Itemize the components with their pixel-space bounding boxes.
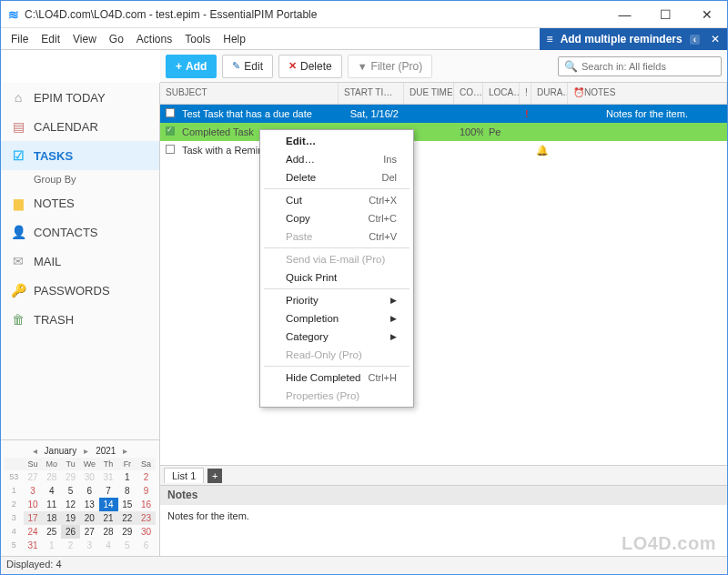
cal-day[interactable]: 27 — [80, 525, 99, 539]
cal-day[interactable]: 30 — [80, 470, 99, 484]
cal-day[interactable]: 1 — [43, 539, 62, 552]
context-menu-item[interactable]: Hide CompletedCtrl+H — [260, 368, 413, 387]
cal-day[interactable]: 27 — [24, 470, 43, 484]
context-menu-item[interactable]: Add…Ins — [260, 150, 413, 168]
delete-button[interactable]: ✕Delete — [278, 55, 342, 78]
cal-day[interactable]: 19 — [61, 511, 80, 525]
reminder-close-icon[interactable]: ✕ — [711, 33, 720, 45]
context-menu-item[interactable]: CopyCtrl+C — [260, 209, 413, 227]
cal-day[interactable]: 28 — [43, 470, 62, 484]
filter-button[interactable]: ▼Filter (Pro) — [348, 55, 433, 78]
sidebar-item-mail[interactable]: ✉MAIL — [1, 247, 159, 276]
cal-day[interactable]: 26 — [61, 525, 80, 539]
col-location[interactable]: LOCA… — [483, 83, 520, 104]
table-row[interactable]: Completed Task100%Pe — [160, 123, 727, 141]
cal-day[interactable]: 20 — [80, 511, 99, 525]
cal-day[interactable]: 29 — [61, 470, 80, 484]
cal-day[interactable]: 12 — [61, 498, 80, 511]
menu-go[interactable]: Go — [103, 30, 130, 48]
sidebar-item-trash[interactable]: 🗑TRASH — [1, 305, 159, 334]
search-input[interactable] — [581, 61, 715, 72]
cal-day[interactable]: 29 — [118, 525, 137, 539]
cal-day[interactable]: 14 — [99, 498, 118, 511]
col-subject[interactable]: SUBJECT — [160, 83, 339, 104]
context-menu-item[interactable]: Category▶ — [260, 328, 413, 346]
cal-day[interactable]: 2 — [61, 539, 80, 552]
sidebar-item-notes[interactable]: ▆NOTES — [1, 188, 159, 217]
cal-day[interactable]: 13 — [80, 498, 99, 511]
row-checkbox[interactable] — [160, 145, 177, 156]
cal-month[interactable]: January — [45, 446, 77, 456]
menu-actions[interactable]: Actions — [130, 30, 178, 48]
menu-tools[interactable]: Tools — [178, 30, 217, 48]
cal-day[interactable]: 8 — [118, 484, 137, 498]
cal-next-icon[interactable]: ▸ — [82, 446, 90, 456]
context-menu-item[interactable]: DeleteDel — [260, 168, 413, 187]
cal-day[interactable]: 4 — [99, 539, 118, 552]
cal-day[interactable]: 5 — [61, 484, 80, 498]
edit-button[interactable]: ✎Edit — [222, 55, 273, 78]
tab-add-button[interactable]: + — [207, 469, 222, 483]
col-completion[interactable]: CO… — [454, 83, 483, 104]
sidebar-item-epim-today[interactable]: ⌂EPIM TODAY — [1, 83, 159, 112]
cal-day[interactable]: 30 — [136, 525, 156, 539]
sidebar-sub-groupby[interactable]: Group By — [1, 170, 159, 188]
task-list[interactable]: Test Task that has a due dateSat, 1/16/2… — [160, 105, 727, 465]
search-box[interactable]: 🔍 — [558, 56, 722, 76]
cal-day[interactable]: 2 — [136, 470, 156, 484]
menu-file[interactable]: File — [5, 30, 35, 48]
cal-day[interactable]: 28 — [99, 525, 118, 539]
cal-day[interactable]: 21 — [99, 511, 118, 525]
tab-list1[interactable]: List 1 — [164, 468, 204, 483]
row-checkbox[interactable] — [160, 108, 177, 119]
context-menu-item[interactable]: Quick Print — [260, 268, 413, 287]
minimize-button[interactable]: — — [604, 1, 645, 28]
menu-help[interactable]: Help — [217, 30, 252, 48]
sidebar-item-tasks[interactable]: ☑TASKS — [1, 141, 159, 170]
col-due[interactable]: DUE TIME — [404, 83, 454, 104]
table-row[interactable]: Task with a Remin🔔 — [160, 141, 727, 159]
maximize-button[interactable]: ☐ — [645, 1, 686, 28]
context-menu-item[interactable]: Edit… — [260, 132, 413, 150]
cal-day[interactable]: 7 — [99, 484, 118, 498]
cal-prev-icon[interactable]: ◂ — [31, 446, 39, 456]
menu-edit[interactable]: Edit — [35, 30, 66, 48]
cal-year[interactable]: 2021 — [96, 446, 116, 456]
context-menu-item[interactable]: Completion▶ — [260, 309, 413, 328]
cal-day[interactable]: 6 — [136, 539, 156, 552]
cal-day[interactable]: 10 — [24, 498, 43, 511]
cal-day[interactable]: 22 — [118, 511, 137, 525]
col-notes[interactable]: ⏰NOTES — [568, 83, 727, 104]
cal-day[interactable]: 3 — [80, 539, 99, 552]
cal-day[interactable]: 9 — [136, 484, 156, 498]
reminder-collapse-icon[interactable]: ‹ — [690, 35, 700, 45]
cal-day[interactable]: 11 — [43, 498, 62, 511]
cal-day[interactable]: 18 — [43, 511, 62, 525]
cal-day[interactable]: 31 — [99, 470, 118, 484]
cal-day[interactable]: 4 — [43, 484, 62, 498]
add-button[interactable]: +Add — [166, 55, 217, 78]
cal-day[interactable]: 25 — [43, 525, 62, 539]
context-menu-item[interactable]: Priority▶ — [260, 291, 413, 309]
row-checkbox[interactable] — [160, 126, 177, 137]
cal-day[interactable]: 5 — [118, 539, 137, 552]
close-button[interactable]: ✕ — [686, 1, 727, 28]
cal-day[interactable]: 1 — [118, 470, 137, 484]
cal-day[interactable]: 6 — [80, 484, 99, 498]
reminder-banner[interactable]: ≡ Add multiple reminders ‹ ✕ — [540, 28, 727, 50]
cal-day[interactable]: 3 — [24, 484, 43, 498]
cal-day[interactable]: 31 — [24, 539, 43, 552]
context-menu-item[interactable]: CutCtrl+X — [260, 191, 413, 209]
cal-day[interactable]: 15 — [118, 498, 137, 511]
sidebar-item-calendar[interactable]: ▤CALENDAR — [1, 112, 159, 141]
col-start[interactable]: START TI… — [339, 83, 404, 104]
cal-year-next-icon[interactable]: ▸ — [121, 446, 129, 456]
cal-day[interactable]: 17 — [24, 511, 43, 525]
cal-day[interactable]: 16 — [136, 498, 156, 511]
cal-day[interactable]: 23 — [136, 511, 156, 525]
col-duration[interactable]: DURA… — [531, 83, 568, 104]
table-row[interactable]: Test Task that has a due dateSat, 1/16/2… — [160, 105, 727, 123]
sidebar-item-passwords[interactable]: 🔑PASSWORDS — [1, 276, 159, 305]
sidebar-item-contacts[interactable]: 👤CONTACTS — [1, 217, 159, 247]
col-priority[interactable]: ! — [520, 83, 531, 104]
